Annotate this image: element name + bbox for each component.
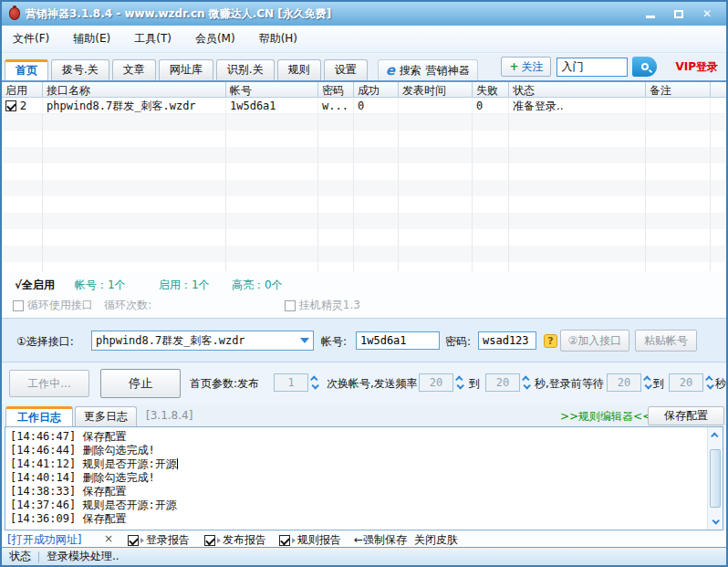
table-row[interactable]: 2 phpwind8.7群发_刺客.wzdr 1w5d6a1 w... 0 0 …: [2, 98, 726, 114]
titlebar[interactable]: 营销神器3.1.8.4 - www.wzdr.cn 微赚达人.CN [永久免费]…: [2, 2, 726, 26]
table-empty-area: [2, 114, 726, 271]
interface-select[interactable]: phpwind8.7群发_刺客.wzdr: [91, 331, 314, 351]
row-interface-name: phpwind8.7群发_刺客.wzdr: [43, 98, 226, 114]
plus-icon: +: [509, 60, 518, 73]
rule-report-checkbox[interactable]: 规则报告: [279, 532, 341, 548]
row-status: 准备登录..: [509, 98, 646, 114]
follow-button[interactable]: + 关注: [501, 57, 551, 77]
main-tabbar: 首页 拨号.关 文章 网址库 识别.关 规则 设置 e 搜索 营销神器 + 关注…: [2, 54, 726, 80]
help-icon[interactable]: ?: [544, 334, 557, 348]
stat-highlight: 高亮：0个: [232, 278, 283, 293]
tab-url-library[interactable]: 网址库: [159, 59, 213, 80]
spinner-arrows-icon[interactable]: [308, 373, 320, 392]
clear-x-button[interactable]: ×: [104, 532, 113, 545]
publish-report-checkbox[interactable]: 发布报告: [204, 532, 266, 548]
search-go-button[interactable]: [632, 57, 657, 77]
force-save-button[interactable]: ←强制保存: [354, 532, 407, 548]
open-success-urls-link[interactable]: [打开成功网址]: [7, 532, 81, 548]
col-account[interactable]: 帐号: [226, 82, 318, 97]
tab-rules[interactable]: 规则: [277, 59, 321, 80]
text-caret: [177, 458, 178, 469]
paste-account-button[interactable]: 粘贴帐号: [635, 330, 697, 352]
tab-recognize[interactable]: 识别.关: [216, 59, 275, 80]
account-label: 帐号:: [321, 334, 347, 350]
wait-from-stepper[interactable]: 20: [607, 373, 653, 392]
close-button[interactable]: ✕: [699, 6, 715, 21]
spinner-arrows-icon[interactable]: [703, 373, 715, 392]
search-target-label: 营销神器: [426, 63, 470, 79]
tab-dial[interactable]: 拨号.关: [51, 59, 109, 80]
vip-login-link[interactable]: VIP登录: [675, 59, 718, 75]
menu-file[interactable]: 文件(F): [13, 31, 49, 47]
account-field[interactable]: [356, 331, 440, 350]
params-label: 首页参数:发布: [190, 376, 259, 392]
checkbox-icon: [279, 535, 290, 546]
scrollbar-thumb[interactable]: [710, 449, 721, 508]
publish-count-stepper[interactable]: 1: [274, 373, 320, 392]
checkbox-icon: [13, 300, 24, 311]
col-post-time[interactable]: 发表时间: [399, 82, 473, 97]
scroll-up-button[interactable]: [708, 428, 723, 443]
checkbox-arrow-icon: [217, 538, 221, 543]
checkbox-icon: [204, 535, 215, 546]
col-interface-name[interactable]: 接口名称: [43, 82, 226, 97]
col-success[interactable]: 成功: [354, 82, 399, 97]
spinner-arrows-icon[interactable]: [520, 373, 532, 392]
status-label: 状态: [9, 549, 31, 564]
freq-from-stepper[interactable]: 20: [419, 373, 465, 392]
summary-panel: √全启用 帐号：1个 启用：1个 高亮：0个 循环使用接口 循环次数: 挂机精灵…: [2, 271, 726, 318]
menu-help[interactable]: 帮助(H): [259, 31, 297, 47]
tab-articles[interactable]: 文章: [112, 59, 156, 80]
log-area[interactable]: [14:46:47] 保存配置 [14:46:44] 删除勾选完成! [14:4…: [5, 426, 723, 530]
menu-assist[interactable]: 辅助(E): [73, 31, 110, 47]
minimize-button[interactable]: [642, 6, 659, 21]
spinner-arrows-icon[interactable]: [453, 373, 465, 392]
tab-settings[interactable]: 设置: [324, 59, 368, 80]
window-title: 营销神器3.1.8.4 - www.wzdr.cn 微赚达人.CN [永久免费]: [26, 6, 331, 22]
change-account-label: 次换帐号,发送频率: [327, 376, 418, 392]
col-status[interactable]: 状态: [509, 82, 646, 97]
bottom-toolbar: [打开成功网址] × 登录报告 发布报告 规则报告 ←强制保存 关闭皮肤: [2, 530, 726, 547]
maximize-button[interactable]: [671, 6, 687, 21]
log-scrollbar[interactable]: [707, 427, 723, 530]
menu-member[interactable]: 会员(M): [195, 31, 235, 47]
tab-home[interactable]: 首页: [5, 59, 48, 80]
stat-enabled: 启用：1个: [159, 278, 210, 293]
col-note[interactable]: 备注: [646, 82, 711, 97]
tab-more-log[interactable]: 更多日志: [75, 406, 137, 426]
col-enable[interactable]: 启用: [2, 82, 43, 97]
wait-to-stepper[interactable]: 20: [669, 373, 715, 392]
col-fail[interactable]: 失败: [473, 82, 509, 97]
select-all-toggle[interactable]: √全启用: [15, 278, 55, 293]
web-search-button[interactable]: e 搜索 营销神器: [378, 59, 478, 80]
menu-tools[interactable]: 工具(T): [134, 31, 172, 47]
rule-editor-link[interactable]: >>规则编辑器<<: [560, 409, 651, 425]
scroll-down-icon: [712, 517, 719, 524]
version-label: [3.1.8.4]: [146, 409, 192, 422]
row-enabled-checkbox[interactable]: [5, 100, 16, 111]
loop-interface-checkbox[interactable]: 循环使用接口: [13, 298, 93, 313]
working-button[interactable]: 工作中...: [9, 370, 89, 397]
log-line: [14:38:33] 保存配置: [10, 485, 702, 499]
select-interface-label: ①选择接口:: [16, 334, 74, 350]
row-success: 0: [354, 98, 399, 114]
close-icon: ✕: [702, 7, 712, 20]
tab-work-log[interactable]: 工作日志: [5, 406, 73, 426]
spinner-arrows-icon[interactable]: [641, 373, 653, 392]
close-skin-button[interactable]: 关闭皮肤: [414, 532, 458, 548]
status-message: 登录模块处理..: [47, 549, 120, 564]
col-password[interactable]: 密码: [318, 82, 354, 97]
search-input[interactable]: [556, 58, 628, 77]
login-report-checkbox[interactable]: 登录报告: [128, 532, 190, 548]
status-divider: [38, 551, 39, 562]
add-interface-button[interactable]: ②加入接口: [560, 330, 629, 352]
scroll-down-button[interactable]: [708, 514, 723, 529]
checkbox-arrow-icon: [292, 538, 296, 543]
save-config-button[interactable]: 保存配置: [648, 406, 724, 425]
password-field[interactable]: [478, 331, 536, 350]
ie-logo-icon: e: [386, 64, 395, 78]
row-post-time: [399, 98, 473, 114]
hangup-checkbox[interactable]: 挂机精灵1.3: [285, 298, 360, 313]
freq-to-stepper[interactable]: 20: [485, 373, 532, 392]
stop-button[interactable]: 停止: [100, 369, 181, 398]
